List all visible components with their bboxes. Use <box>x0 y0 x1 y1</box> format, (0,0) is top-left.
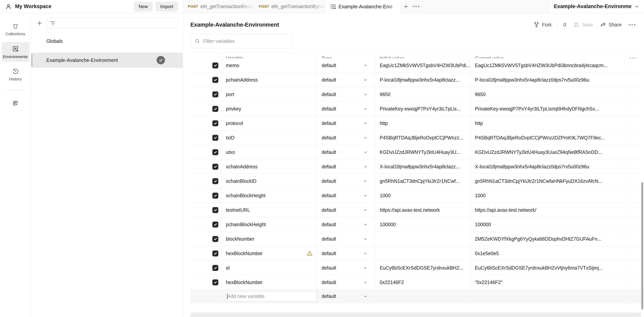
type-cell[interactable]: default <box>317 203 375 217</box>
user-avatar-icon[interactable] <box>5 3 12 10</box>
new-tab-button[interactable] <box>401 0 411 13</box>
row-checkbox[interactable] <box>212 265 218 271</box>
workspace-title[interactable]: My Workspace <box>15 3 52 9</box>
variable-name[interactable]: xchainBlockID <box>226 178 256 184</box>
import-button[interactable]: Import <box>156 2 178 11</box>
current-value-cell[interactable]: "0x22146F2" <box>470 275 624 290</box>
add-row-current-cell[interactable] <box>470 290 624 303</box>
current-value-cell[interactable]: X-local18jma8ppw3nhx5r4ap8clazz0dps7rv5u… <box>470 159 624 174</box>
type-cell[interactable]: default <box>317 58 375 72</box>
current-value-cell[interactable]: 2M5ZeKWDYfXkgPg6YyQyka66DDsphvDHtZ7GUFAu… <box>470 232 624 246</box>
initial-value-cell[interactable] <box>375 232 470 246</box>
variable-name[interactable]: xchainAddress <box>226 164 258 169</box>
row-checkbox[interactable] <box>212 149 218 155</box>
current-value-cell[interactable]: 100000 <box>470 217 624 232</box>
variable-name[interactable]: blockNumber <box>226 236 254 242</box>
row-checkbox[interactable] <box>212 120 218 126</box>
chevron-down-icon[interactable] <box>363 294 368 299</box>
sidebar-item-history[interactable]: History <box>2 65 29 84</box>
active-environment-check-icon[interactable] <box>156 56 165 64</box>
initial-value-cell[interactable]: 100000 <box>375 217 470 232</box>
current-value-cell[interactable]: KGDvUZzdJRWNYTy2ktU4Huay3UueZ94qNeBfRASn… <box>470 145 624 159</box>
save-button[interactable]: Save <box>573 21 593 28</box>
variable-name[interactable]: privkey <box>226 106 241 112</box>
type-cell[interactable]: default <box>317 232 375 246</box>
chevron-down-icon[interactable] <box>363 164 368 169</box>
current-value-cell[interactable]: EuCy6bScEXrSdDGSE7yrdnxukBHZvVtjny6ma7VT… <box>470 261 624 275</box>
row-checkbox[interactable] <box>212 135 218 141</box>
tab-options-icon[interactable] <box>411 0 421 13</box>
variable-name[interactable]: pchainBlockHeight <box>226 222 266 227</box>
current-value-cell[interactable]: http <box>470 116 624 130</box>
type-cell[interactable]: default <box>317 188 375 203</box>
row-checkbox[interactable] <box>212 222 218 228</box>
initial-value-cell[interactable]: PrivateKey-ewoqjP7PxY4yr3iLTpLis... <box>375 102 470 116</box>
share-button[interactable]: Share <box>600 21 622 28</box>
variable-name[interactable]: txID <box>226 135 234 141</box>
fork-count[interactable]: 0 <box>563 22 566 27</box>
initial-value-cell[interactable]: X-local18jma8ppw3nhx5r4ap8clazz... <box>375 159 470 174</box>
sidebar-item-environments[interactable]: Environments <box>2 42 29 62</box>
type-cell[interactable]: default <box>317 116 375 130</box>
type-cell[interactable]: default <box>317 131 375 145</box>
chevron-down-icon[interactable] <box>363 208 368 213</box>
sidebar-scrollbar-thumb[interactable] <box>31 54 32 66</box>
initial-value-cell[interactable]: KGDvUZzdJRWNYTy2ktU4Huay3U... <box>375 145 470 159</box>
current-value-cell[interactable]: 0x1e5e0e5 <box>470 246 624 261</box>
type-cell[interactable]: default <box>317 246 375 261</box>
variable-name[interactable]: id <box>226 265 230 271</box>
configure-blocks-icon[interactable] <box>2 97 29 109</box>
initial-value-cell[interactable]: P4SBqRTDAqJBjeRoDvptCCjPWnzz... <box>375 131 470 145</box>
chevron-down-icon[interactable] <box>363 265 368 270</box>
sidebar-item-globals[interactable]: Globals <box>31 37 183 45</box>
chevron-down-icon[interactable] <box>363 179 368 184</box>
row-checkbox[interactable] <box>212 178 218 184</box>
type-cell[interactable]: default <box>317 275 375 290</box>
current-value-cell[interactable]: gn5RhN1aCT3dnCpjYkiJtrZr1NCwfaHNkFyuDX16… <box>470 174 624 188</box>
current-value-cell[interactable]: https://api.avax-test.network/ <box>470 203 624 217</box>
variable-name[interactable]: utxo <box>226 149 235 155</box>
add-row-initial-cell[interactable] <box>375 290 470 303</box>
type-cell[interactable]: default <box>317 174 375 188</box>
row-checkbox[interactable] <box>212 193 218 199</box>
variable-name[interactable]: memo <box>226 63 239 68</box>
chevron-down-icon[interactable] <box>363 106 368 111</box>
current-value-cell[interactable]: EagUc1ZMk5VWV5TgsbV4HZW3UbPdi3bnncbra4j4… <box>470 58 624 72</box>
initial-value-cell[interactable]: 0x22146F2 <box>375 275 470 290</box>
row-checkbox[interactable] <box>212 279 218 285</box>
sidebar-search-box[interactable] <box>47 18 178 28</box>
chevron-down-icon[interactable] <box>363 222 368 227</box>
chevron-down-icon[interactable] <box>363 236 368 241</box>
initial-value-cell[interactable]: https://api.avax-test.network <box>375 203 470 217</box>
row-checkbox[interactable] <box>212 251 218 257</box>
initial-value-cell[interactable]: http <box>375 116 470 130</box>
environment-selector[interactable]: Example-Avalanche-Environme <box>549 0 644 13</box>
row-checkbox[interactable] <box>212 62 218 68</box>
current-value-cell[interactable]: PrivateKey-ewoqjP7PxY4yr3iLTpLisriqt94hd… <box>470 102 624 116</box>
add-row-type-cell[interactable]: default <box>317 290 375 303</box>
variable-name[interactable]: pchainAddress <box>226 77 258 83</box>
chevron-down-icon[interactable] <box>363 77 368 82</box>
filter-variables-input[interactable] <box>203 38 288 44</box>
row-checkbox[interactable] <box>212 207 218 213</box>
initial-value-cell[interactable] <box>375 246 470 261</box>
row-checkbox[interactable] <box>212 106 218 112</box>
variable-name[interactable]: protocol <box>226 120 243 126</box>
initial-value-cell[interactable]: EuCy6bScEXrSdDGSE7yrdnxukBHZ... <box>375 261 470 275</box>
vertical-scrollbar-thumb[interactable] <box>641 182 643 310</box>
chevron-down-icon[interactable] <box>363 92 368 97</box>
add-environment-button[interactable] <box>36 20 43 26</box>
variable-name[interactable]: testnetURL <box>226 207 250 213</box>
type-cell[interactable]: default <box>317 87 375 101</box>
sidebar-search-input[interactable] <box>58 20 174 26</box>
chevron-down-icon[interactable] <box>363 251 368 256</box>
current-value-cell[interactable]: P4SBqRTDAqJBjeRoDvptCCjPWnzzDZPmK9L7WQ7F… <box>470 131 624 145</box>
chevron-down-icon[interactable] <box>363 121 368 126</box>
type-cell[interactable]: default <box>317 261 375 275</box>
chevron-down-icon[interactable] <box>363 280 368 285</box>
bottom-scroll-bar[interactable] <box>190 312 641 317</box>
current-value-cell[interactable]: 9650 <box>470 87 624 101</box>
type-cell[interactable]: default <box>317 102 375 116</box>
sidebar-item-collections[interactable]: Collections <box>2 20 29 39</box>
type-cell[interactable]: default <box>317 145 375 159</box>
